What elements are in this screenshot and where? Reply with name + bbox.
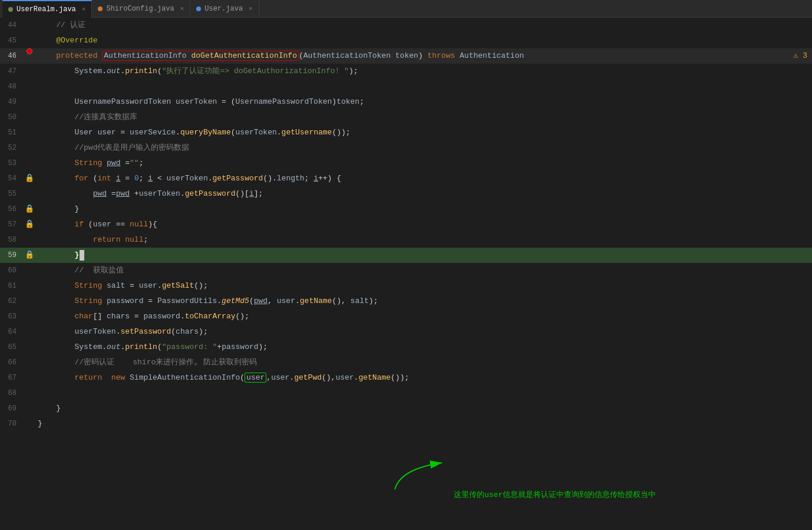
code-line-51: 51 User user = userSevice.queryByName(us… <box>0 125 812 140</box>
tab-close-user[interactable]: × <box>249 5 253 12</box>
bookmark-56: 🔒 <box>24 202 35 217</box>
line-content-45: @Override <box>35 33 812 48</box>
line-num-51: 51 <box>0 125 24 140</box>
line-content-53: String pwd =""; <box>35 156 812 171</box>
annotation-container: 这里传的user信息就是将认证中查询到的信息传给授权当中 <box>383 457 501 495</box>
tab-dot-shiroconfig <box>98 6 103 11</box>
code-line-60: 60 // 获取盐值 <box>0 263 812 278</box>
line-content-46: protected AuthenticationInfo doGetAuthen… <box>35 48 812 64</box>
line-num-69: 69 <box>0 401 24 416</box>
code-line-64: 64 userToken.setPassword(chars); <box>0 324 812 340</box>
bookmark-59: 🔒 <box>24 248 35 263</box>
code-line-55: 55 pwd =pwd +userToken.getPassword()[i]; <box>0 186 812 202</box>
code-line-57: 57 🔒 if (user == null){ <box>0 217 812 232</box>
code-line-61: 61 String salt = user.getSalt(); <box>0 278 812 294</box>
code-line-67: 67 return new SimpleAuthenticationInfo(u… <box>0 370 812 386</box>
line-num-47: 47 <box>0 64 24 79</box>
code-line-52: 52 //pwd代表是用户输入的密码数据 <box>0 140 812 156</box>
code-line-49: 49 UsernamePasswordToken userToken = (Us… <box>0 94 812 110</box>
code-lines: 44 // 认证 45 @Override 46 protected Authe… <box>0 18 812 432</box>
line-content-63: char[] chars = password.toCharArray(); <box>35 309 812 324</box>
code-line-65: 65 System.out.println("password: "+passw… <box>0 340 812 355</box>
line-num-66: 66 <box>0 355 24 370</box>
line-num-65: 65 <box>0 340 24 355</box>
line-num-44: 44 <box>0 18 24 33</box>
line-num-56: 56 <box>0 202 24 217</box>
tab-label-user: User.java <box>204 5 243 13</box>
code-line-47: 47 System.out.println("执行了认证功能=> doGetAu… <box>0 64 812 79</box>
bookmark-57: 🔒 <box>24 217 35 232</box>
tab-shiroconfig[interactable]: ShiroConfig.java × <box>92 0 190 18</box>
line-content-69: } <box>35 401 812 416</box>
line-content-66: //密码认证 shiro来进行操作, 防止获取到密码 <box>35 355 812 370</box>
code-line-62: 62 String password = PasswordUtils.getMd… <box>0 294 812 309</box>
code-line-69: 69 } <box>0 401 812 416</box>
line-num-45: 45 <box>0 33 24 48</box>
code-line-48: 48 <box>0 79 812 94</box>
tab-user[interactable]: User.java × <box>190 0 259 18</box>
line-num-62: 62 <box>0 294 24 309</box>
tab-bar: UserRealm.java × ShiroConfig.java × User… <box>0 0 812 18</box>
code-line-46: 46 protected AuthenticationInfo doGetAut… <box>0 48 812 64</box>
code-line-44: 44 // 认证 <box>0 18 812 33</box>
tab-label-userrealm: UserRealm.java <box>16 5 76 14</box>
warning-badge-46: ⚠ 3 <box>794 48 807 64</box>
line-num-52: 52 <box>0 140 24 156</box>
line-num-59: 59 <box>0 248 24 263</box>
line-content-54: for (int i = 0; i < userToken.getPasswor… <box>35 171 812 186</box>
code-line-68: 68 <box>0 386 812 401</box>
annotation-text: 这里传的user信息就是将认证中查询到的信息传给授权当中 <box>454 489 656 500</box>
line-content-67: return new SimpleAuthenticationInfo(user… <box>35 370 812 386</box>
bookmark-54: 🔒 <box>24 171 35 186</box>
line-content-56: } <box>35 202 812 217</box>
line-content-70: } <box>35 416 812 432</box>
line-num-46: 46 <box>0 48 24 64</box>
line-content-51: User user = userSevice.queryByName(userT… <box>35 125 812 140</box>
line-content-47: System.out.println("执行了认证功能=> doGetAutho… <box>35 64 812 79</box>
code-line-50: 50 //连接真实数据库 <box>0 110 812 125</box>
code-area[interactable]: 44 // 认证 45 @Override 46 protected Authe… <box>0 18 812 530</box>
line-content-60: // 获取盐值 <box>35 263 812 278</box>
line-content-61: String salt = user.getSalt(); <box>35 278 812 294</box>
line-content-59: } <box>35 248 812 263</box>
tab-close-userrealm[interactable]: × <box>82 6 86 13</box>
tab-dot-userrealm <box>8 7 13 12</box>
line-num-49: 49 <box>0 94 24 110</box>
line-num-55: 55 <box>0 186 24 202</box>
code-line-56: 56 🔒 } <box>0 202 812 217</box>
line-num-67: 67 <box>0 370 24 386</box>
line-content-52: //pwd代表是用户输入的密码数据 <box>35 140 812 156</box>
line-num-68: 68 <box>0 386 24 401</box>
line-num-60: 60 <box>0 263 24 278</box>
code-line-63: 63 char[] chars = password.toCharArray()… <box>0 309 812 324</box>
line-content-64: userToken.setPassword(chars); <box>35 324 812 340</box>
code-line-53: 53 String pwd =""; <box>0 156 812 171</box>
line-content-48 <box>35 79 812 94</box>
line-content-55: pwd =pwd +userToken.getPassword()[i]; <box>35 186 812 202</box>
line-num-63: 63 <box>0 309 24 324</box>
line-num-50: 50 <box>0 110 24 125</box>
tab-userrealm[interactable]: UserRealm.java × <box>2 0 92 18</box>
line-content-65: System.out.println("password: "+password… <box>35 340 812 355</box>
tab-label-shiroconfig: ShiroConfig.java <box>106 5 174 13</box>
annotation-arrow <box>383 457 501 492</box>
line-content-49: UsernamePasswordToken userToken = (Usern… <box>35 94 812 110</box>
code-line-66: 66 //密码认证 shiro来进行操作, 防止获取到密码 <box>0 355 812 370</box>
editor-container: 44 // 认证 45 @Override 46 protected Authe… <box>0 18 812 530</box>
line-num-70: 70 <box>0 416 24 432</box>
line-num-58: 58 <box>0 232 24 248</box>
line-num-64: 64 <box>0 324 24 340</box>
line-content-62: String password = PasswordUtils.getMd5(p… <box>35 294 812 309</box>
tab-close-shiroconfig[interactable]: × <box>180 5 184 12</box>
code-line-58: 58 return null; <box>0 232 812 248</box>
code-line-70: 70 } <box>0 416 812 432</box>
line-num-61: 61 <box>0 278 24 294</box>
code-line-59: 59 🔒 } <box>0 248 812 263</box>
line-num-53: 53 <box>0 156 24 171</box>
line-content-57: if (user == null){ <box>35 217 812 232</box>
line-content-44: // 认证 <box>35 18 812 33</box>
line-content-58: return null; <box>35 232 812 248</box>
code-line-54: 54 🔒 for (int i = 0; i < userToken.getPa… <box>0 171 812 186</box>
line-content-68 <box>35 386 812 401</box>
tab-dot-user <box>196 6 201 11</box>
